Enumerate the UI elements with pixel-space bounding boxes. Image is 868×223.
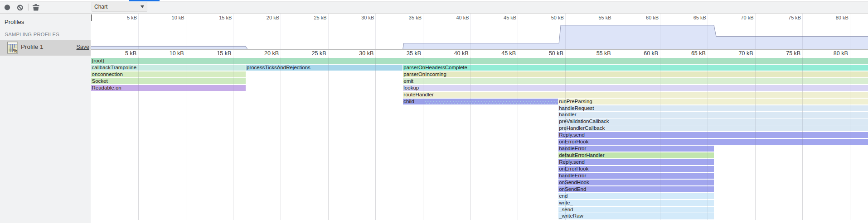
svg-text:%: %: [13, 47, 18, 53]
